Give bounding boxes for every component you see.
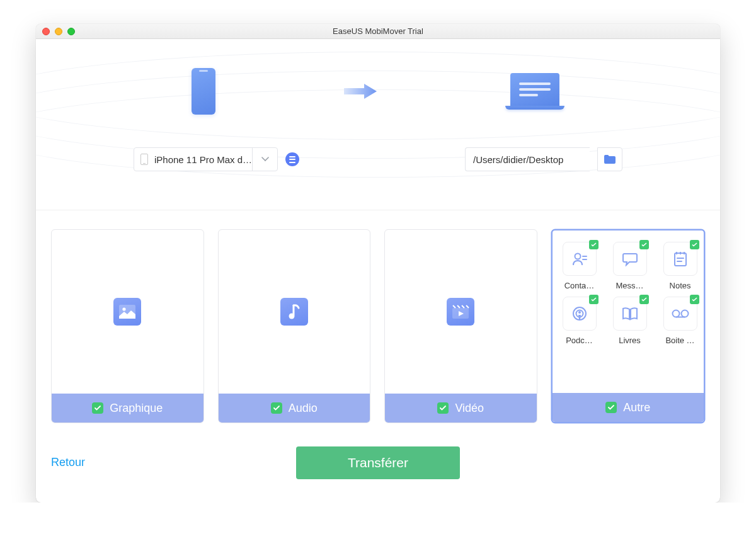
music-icon: [280, 298, 308, 326]
category-label: Autre: [623, 401, 650, 414]
sub-item-label: Mess…: [616, 281, 643, 290]
check-icon: [92, 402, 103, 414]
sub-item-label: Conta…: [564, 281, 595, 290]
category-graphique[interactable]: Graphique: [51, 229, 204, 423]
svg-point-2: [289, 314, 294, 319]
video-icon: [447, 298, 474, 326]
message-icon: [622, 251, 638, 266]
category-video[interactable]: Vidéo: [384, 229, 537, 423]
svg-point-1: [123, 307, 126, 310]
folder-icon: [604, 154, 616, 164]
chevron-down-icon: [252, 148, 277, 171]
destination-path-input[interactable]: [465, 147, 590, 171]
svg-point-9: [672, 310, 679, 317]
check-icon: [271, 402, 282, 414]
content-area: Graphique Audio: [36, 210, 720, 503]
autre-item-voicemail[interactable]: Boite …: [663, 297, 697, 345]
destination-device-icon: [505, 73, 564, 110]
sub-item-label: Boite …: [665, 336, 694, 345]
autre-item-podcasts[interactable]: Podc…: [563, 297, 597, 345]
traffic-lights: [36, 28, 75, 35]
check-icon: [605, 402, 617, 413]
source-device-icon: [192, 68, 215, 115]
device-options-button[interactable]: [285, 152, 299, 166]
autre-item-contacts[interactable]: Conta…: [563, 242, 597, 290]
close-window-button[interactable]: [42, 28, 50, 35]
back-button[interactable]: Retour: [51, 456, 85, 469]
arrow-icon: [341, 79, 379, 104]
book-icon: [621, 307, 639, 321]
notes-icon: [673, 251, 688, 267]
check-icon: [690, 240, 699, 249]
svg-point-4: [575, 254, 580, 259]
source-device-dropdown[interactable]: iPhone 11 Pro Max d…: [134, 147, 278, 171]
svg-point-10: [681, 310, 688, 317]
autre-item-messages[interactable]: Mess…: [613, 242, 647, 290]
sub-item-label: Podc…: [566, 336, 593, 345]
source-device-label: iPhone 11 Pro Max d…: [154, 154, 252, 165]
check-icon: [589, 240, 598, 249]
category-label: Audio: [289, 402, 318, 415]
category-label: Vidéo: [455, 402, 484, 415]
check-icon: [690, 295, 699, 304]
check-icon: [589, 295, 598, 304]
svg-point-8: [578, 311, 581, 314]
check-icon: [639, 240, 649, 249]
category-label: Graphique: [110, 402, 163, 415]
sub-item-label: Notes: [670, 281, 691, 290]
voicemail-icon: [671, 309, 690, 319]
transfer-header: iPhone 11 Pro Max d…: [36, 39, 720, 210]
category-autre[interactable]: Conta… Mess…: [551, 229, 706, 423]
check-icon: [437, 402, 449, 414]
browse-folder-button[interactable]: [597, 147, 622, 171]
maximize-window-button[interactable]: [67, 28, 75, 35]
sub-item-label: Livres: [619, 336, 641, 345]
category-audio[interactable]: Audio: [218, 229, 371, 423]
autre-items: Conta… Mess…: [553, 230, 704, 351]
svg-rect-5: [675, 253, 686, 266]
autre-item-notes[interactable]: Notes: [663, 242, 697, 290]
autre-item-books[interactable]: Livres: [613, 297, 647, 345]
contact-icon: [571, 251, 588, 266]
app-window: EaseUS MobiMover Trial: [36, 24, 720, 503]
podcast-icon: [571, 305, 588, 322]
transfer-button[interactable]: Transférer: [296, 446, 460, 479]
window-title: EaseUS MobiMover Trial: [36, 26, 720, 36]
image-icon: [113, 298, 141, 326]
titlebar: EaseUS MobiMover Trial: [36, 24, 720, 39]
phone-icon: [140, 154, 148, 165]
minimize-window-button[interactable]: [55, 28, 62, 35]
check-icon: [639, 295, 649, 304]
